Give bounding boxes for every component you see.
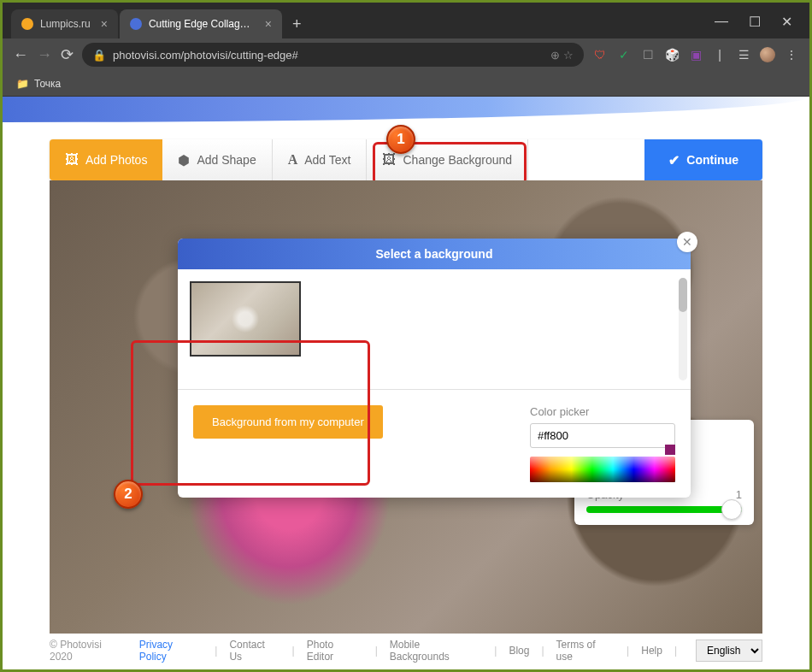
add-text-button[interactable]: A Add Text [273, 139, 368, 180]
tab-title: Lumpics.ru [40, 18, 91, 30]
slider-thumb[interactable] [721, 499, 742, 520]
select-background-modal: ✕ Select a background Background from my… [178, 239, 691, 498]
background-thumbnail[interactable] [190, 281, 301, 357]
tab-lumpics[interactable]: Lumpics.ru × [11, 9, 118, 38]
profile-avatar[interactable] [760, 47, 775, 62]
annotation-marker-2: 2 [114, 480, 143, 509]
privacy-link[interactable]: Privacy Policy [139, 639, 203, 663]
photo-editor-link[interactable]: Photo Editor [307, 639, 363, 663]
button-label: Add Text [304, 153, 350, 167]
close-icon[interactable]: × [101, 17, 108, 31]
modal-footer: Background from my computer Color picker [178, 389, 691, 498]
copyright-text: © Photovisi 2020 [50, 639, 127, 663]
color-gradient-picker[interactable] [530, 457, 675, 482]
button-label: Continue [686, 153, 738, 167]
button-label: Add Shape [197, 153, 256, 167]
collage-canvas[interactable]: Luckiest Guy MEGRIM Opacity 1 ✕ Select a… [50, 180, 762, 634]
tab-favicon [21, 18, 33, 30]
upload-background-button[interactable]: Background from my computer [193, 405, 383, 439]
ext-icon[interactable]: 🎲 [664, 47, 680, 62]
page-content: 🖼 Add Photos ⬢ Add Shape A Add Text 🖼 Ch… [3, 122, 809, 651]
button-label: Change Background [403, 153, 512, 167]
modal-body [178, 269, 691, 389]
new-tab-button[interactable]: + [284, 10, 310, 38]
mobile-backgrounds-link[interactable]: Mobile Backgrounds [390, 639, 483, 663]
check-icon: ✔ [668, 152, 680, 168]
url-text: photovisi.com/photovisi/cutting-edge# [113, 49, 298, 62]
forward-button[interactable]: → [37, 46, 52, 64]
add-shape-button[interactable]: ⬢ Add Shape [162, 139, 272, 180]
bookmark-folder[interactable]: Точка [34, 78, 61, 90]
color-input[interactable] [530, 423, 675, 448]
opacity-slider[interactable] [586, 506, 742, 513]
tab-photovisi[interactable]: Cutting Edge Collage - Fun | Pho × [120, 9, 282, 38]
language-select[interactable]: English [696, 640, 762, 662]
color-swatch [665, 445, 675, 455]
blog-link[interactable]: Blog [509, 645, 529, 657]
ext-icon[interactable]: ☐ [640, 47, 656, 62]
photos-icon: 🖼 [65, 152, 79, 168]
reload-button[interactable]: ⟳ [61, 45, 74, 64]
close-icon[interactable]: ✕ [781, 14, 792, 30]
continue-button[interactable]: ✔ Continue [644, 139, 762, 180]
folder-icon: 📁 [16, 78, 29, 90]
help-link[interactable]: Help [641, 645, 662, 657]
close-icon[interactable]: × [265, 17, 272, 31]
modal-close-button[interactable]: ✕ [677, 232, 697, 252]
color-picker-section: Color picker [530, 405, 675, 482]
image-icon: 🖼 [382, 152, 396, 168]
tab-favicon [130, 18, 142, 30]
ext-icon[interactable]: ✓ [616, 47, 632, 62]
add-photos-button[interactable]: 🖼 Add Photos [50, 139, 162, 180]
url-input[interactable]: 🔒 photovisi.com/photovisi/cutting-edge# … [82, 43, 584, 67]
maximize-icon[interactable]: ☐ [749, 14, 761, 30]
window-controls: — ☐ ✕ [715, 14, 801, 38]
bookmarks-bar: 📁 Точка [3, 71, 809, 97]
tab-title: Cutting Edge Collage - Fun | Pho [149, 18, 255, 30]
ext-icon[interactable]: 🛡 [592, 47, 608, 62]
shape-icon: ⬢ [178, 152, 190, 168]
extension-icons: 🛡 ✓ ☐ 🎲 ▣ | ☰ ⋮ [592, 47, 799, 62]
contact-link[interactable]: Contact Us [229, 639, 279, 663]
button-label: Add Photos [85, 153, 147, 167]
back-button[interactable]: ← [13, 46, 28, 64]
lock-icon: 🔒 [92, 49, 106, 62]
menu-icon[interactable]: ⋮ [784, 47, 799, 62]
terms-link[interactable]: Terms of use [556, 639, 615, 663]
annotation-marker-1: 1 [386, 125, 415, 154]
modal-scrollbar[interactable] [679, 278, 687, 380]
color-picker-label: Color picker [530, 405, 675, 418]
minimize-icon[interactable]: — [715, 14, 728, 30]
ext-icon[interactable]: ▣ [688, 47, 703, 62]
header-wave [3, 97, 809, 122]
star-icon[interactable]: ⊕ ☆ [550, 49, 574, 62]
modal-title: Select a background [178, 239, 691, 269]
opacity-value: 1 [736, 488, 742, 501]
browser-tab-strip: Lumpics.ru × Cutting Edge Collage - Fun … [3, 3, 809, 38]
page-footer: © Photovisi 2020 Privacy Policy| Contact… [50, 639, 762, 663]
text-icon: A [288, 152, 298, 168]
reading-list-icon[interactable]: ☰ [736, 47, 751, 62]
address-bar: ← → ⟳ 🔒 photovisi.com/photovisi/cutting-… [3, 38, 809, 71]
